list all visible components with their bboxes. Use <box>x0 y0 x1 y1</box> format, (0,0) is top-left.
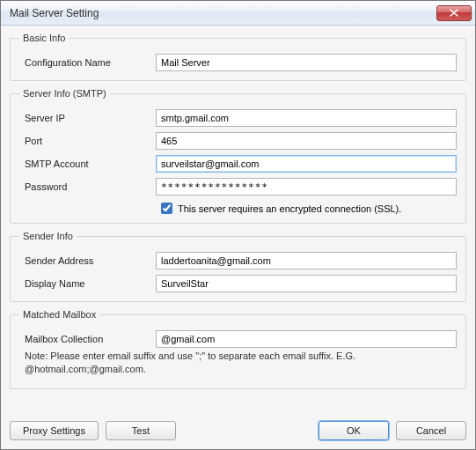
port-input[interactable] <box>156 132 457 150</box>
sender-address-input[interactable] <box>156 252 457 269</box>
password-input[interactable] <box>156 178 457 195</box>
ssl-checkbox[interactable] <box>161 203 172 214</box>
display-name-label: Display Name <box>19 278 156 289</box>
mailbox-collection-label: Mailbox Collection <box>19 334 156 344</box>
server-info-legend: Server Info (SMTP) <box>19 88 110 99</box>
config-name-row: Configuration Name <box>19 54 457 71</box>
basic-info-group: Basic Info Configuration Name <box>10 33 466 81</box>
titlebar: Mail Server Setting <box>1 1 475 26</box>
matched-mailbox-group: Matched Mailbox Mailbox Collection Note:… <box>10 309 466 389</box>
server-ip-row: Server IP <box>19 109 457 127</box>
ok-button[interactable]: OK <box>319 421 389 440</box>
server-ip-label: Server IP <box>19 113 156 123</box>
close-icon <box>450 9 458 17</box>
sender-address-row: Sender Address <box>19 252 457 269</box>
sender-info-group: Sender Info Sender Address Display Name <box>10 231 466 302</box>
cancel-button[interactable]: Cancel <box>396 421 466 440</box>
button-row: Proxy Settings Test OK Cancel <box>10 416 466 440</box>
matched-mailbox-legend: Matched Mailbox <box>19 309 99 320</box>
ssl-row: This server requires an encrypted connec… <box>19 203 457 214</box>
mailbox-note: Note: Please enter email suffix and use … <box>19 348 457 380</box>
sender-info-legend: Sender Info <box>19 231 77 241</box>
mail-server-setting-window: Mail Server Setting Basic Info Configura… <box>0 0 476 450</box>
port-row: Port <box>19 132 457 150</box>
port-label: Port <box>19 136 156 146</box>
dialog-body: Basic Info Configuration Name Server Inf… <box>1 26 475 449</box>
ssl-label: This server requires an encrypted connec… <box>178 203 401 214</box>
mailbox-collection-row: Mailbox Collection <box>19 330 457 348</box>
smtp-account-label: SMTP Account <box>19 159 156 169</box>
display-name-input[interactable] <box>156 275 457 292</box>
sender-address-label: Sender Address <box>19 255 156 266</box>
window-title: Mail Server Setting <box>10 7 436 19</box>
smtp-account-row: SMTP Account <box>19 155 457 173</box>
display-name-row: Display Name <box>19 275 457 292</box>
basic-info-legend: Basic Info <box>19 33 69 43</box>
password-row: Password <box>19 178 457 195</box>
config-name-input[interactable] <box>156 54 457 71</box>
password-label: Password <box>19 181 156 192</box>
server-info-group: Server Info (SMTP) Server IP Port SMTP A… <box>10 88 466 224</box>
test-button[interactable]: Test <box>106 421 176 440</box>
config-name-label: Configuration Name <box>19 57 156 68</box>
server-ip-input[interactable] <box>156 109 457 127</box>
smtp-account-input[interactable] <box>156 155 457 173</box>
mailbox-collection-input[interactable] <box>156 330 457 348</box>
proxy-settings-button[interactable]: Proxy Settings <box>10 421 99 440</box>
close-button[interactable] <box>436 5 472 21</box>
